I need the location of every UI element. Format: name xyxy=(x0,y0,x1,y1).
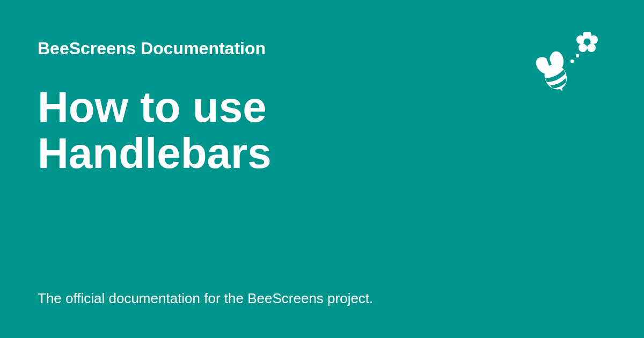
site-title: BeeScreens Documentation xyxy=(38,39,606,58)
svg-point-1 xyxy=(589,35,598,44)
bee-flower-icon xyxy=(531,32,606,97)
svg-point-7 xyxy=(570,60,574,63)
page-title: How to use Handlebars xyxy=(38,84,413,177)
svg-point-4 xyxy=(576,35,585,44)
tagline: The official documentation for the BeeSc… xyxy=(38,290,373,307)
svg-point-6 xyxy=(576,54,579,57)
svg-point-5 xyxy=(584,39,591,46)
